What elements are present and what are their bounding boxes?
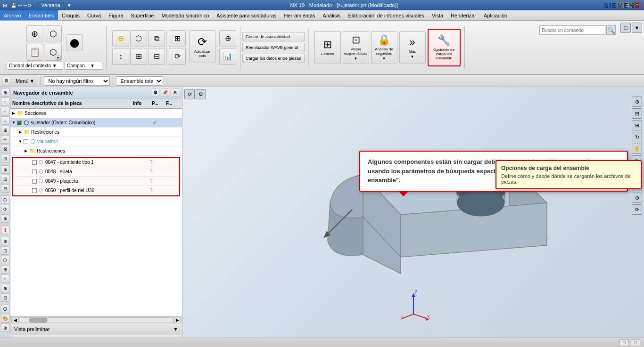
lt-btn-16[interactable]: ⊕ xyxy=(1,237,9,245)
ribbon-gestor[interactable]: Gestor de asociatividad xyxy=(242,32,305,41)
window-menu-arrow[interactable]: ▼ xyxy=(67,3,72,8)
ribbon-btn-5[interactable]: ⬤ xyxy=(66,34,83,51)
lt-btn-20[interactable]: ≡ xyxy=(1,274,9,283)
menu-asistente[interactable]: Asistente para soldaduras xyxy=(213,10,280,20)
lt-btn-1[interactable]: ⊕ xyxy=(1,88,9,97)
ribbon-btn-3[interactable]: 📋 xyxy=(26,44,43,61)
ribbon-btn-update[interactable]: ⟳ xyxy=(169,48,186,65)
context-dropdown[interactable]: Control del contexto ▼ xyxy=(7,62,63,70)
ribbon-btn-copy[interactable]: ⧉ xyxy=(148,30,165,47)
menu-btn[interactable]: Menú ▼ xyxy=(12,77,38,85)
vp-btn-refresh[interactable]: ⟳ xyxy=(184,89,195,99)
ribbon-btn-s1[interactable]: ⊕ xyxy=(219,30,236,47)
lt-btn-15[interactable]: ℹ xyxy=(1,226,9,234)
ribbon-btn-update-all[interactable]: ⟳ Actualizartodo xyxy=(189,30,215,63)
lt-btn-14[interactable]: ⊕ xyxy=(1,214,9,223)
compon-dropdown[interactable]: Compon... ▼ xyxy=(65,62,102,70)
lt-btn-19[interactable]: ⊞ xyxy=(1,265,9,274)
ribbon-btn-add[interactable]: ⊕ xyxy=(112,30,129,47)
tree-item-sujetador[interactable]: ▼ ✓ ⬡ sujetador (Orden: Cronológico) ✓ xyxy=(10,118,182,128)
vp-zoom-out[interactable]: ⊟ xyxy=(632,108,642,119)
checkbox-icon[interactable]: ✓ xyxy=(17,121,22,125)
vp-pan[interactable]: ✋ xyxy=(632,144,642,154)
menu-archivo[interactable]: Archivo xyxy=(0,10,25,20)
vp-btn-settings[interactable]: ⚙ xyxy=(196,89,206,99)
lt-btn-18[interactable]: ⬡ xyxy=(1,256,9,264)
tree-item-restricciones1[interactable]: ▶ 📁 Restricciones xyxy=(10,128,182,137)
nav-close-btn[interactable]: ✕ xyxy=(171,89,179,97)
expand-icon[interactable]: ▶ xyxy=(11,111,16,115)
menu-figura[interactable]: Figura xyxy=(105,10,127,20)
ribbon-btn-2[interactable]: ⬡ xyxy=(45,25,62,42)
scroll-left-btn[interactable]: ◀ xyxy=(11,317,19,323)
menu-croquis[interactable]: Croquis xyxy=(58,10,83,20)
search-input[interactable] xyxy=(539,25,605,35)
ribbon-btn-4[interactable]: ⬡▼ xyxy=(45,44,62,61)
ribbon-options-btn[interactable]: ▼ xyxy=(632,23,642,33)
vp-extra4[interactable]: ⟳ xyxy=(632,204,642,215)
ribbon-btn-mirror[interactable]: ⊟ xyxy=(148,48,165,65)
menu-renderizar[interactable]: Renderizar xyxy=(447,10,480,20)
expand-icon[interactable]: ▼ xyxy=(11,121,16,125)
lt-btn-cursor[interactable]: ⊕ xyxy=(1,323,9,332)
expand-icon[interactable]: ▼ xyxy=(18,139,23,144)
lt-btn-3[interactable]: ← xyxy=(1,107,9,115)
tree-item-0049[interactable]: ⬡ 0049 - plaqueta ? xyxy=(13,177,179,186)
lt-btn-7[interactable]: ⊠ xyxy=(1,145,9,153)
menu-aplicacion[interactable]: Aplicación xyxy=(480,10,511,20)
lt-btn-8[interactable]: ⊡ xyxy=(1,154,9,162)
lt-btn-5[interactable]: ⊞ xyxy=(1,126,9,134)
lt-btn-4[interactable]: ↔ xyxy=(1,116,9,125)
tree-item-0047[interactable]: ⬡ 0047 - durmiente tipo 1 ? xyxy=(13,158,179,167)
lt-btn-9[interactable]: ⊕ xyxy=(1,165,9,174)
tree-item-0048[interactable]: ⬡ 0048 - silleta ? xyxy=(13,167,179,177)
menu-modelado[interactable]: Modelado sincrónico xyxy=(157,10,213,20)
ribbon-btn-new[interactable]: ⬡ xyxy=(130,30,147,47)
menu-vista[interactable]: Vista xyxy=(428,10,447,20)
menu-elaboracion[interactable]: Elaboración de informes visuales xyxy=(344,10,428,20)
tree-item-restricciones2[interactable]: ▶ 📁 Restricciones xyxy=(10,146,182,156)
lt-btn-6[interactable]: ✏ xyxy=(1,135,9,144)
checkbox-0049[interactable] xyxy=(32,179,37,184)
lt-btn-17[interactable]: ⊡ xyxy=(1,246,9,255)
ribbon-reenlazador[interactable]: Reenlazador WAVE general xyxy=(242,43,305,52)
checkbox-0050[interactable] xyxy=(32,188,37,193)
ribbon-btn-s2[interactable]: 📊 xyxy=(219,48,236,65)
ribbon-btn-pattern[interactable]: ⊞ xyxy=(169,30,186,47)
checkbox-0047[interactable] xyxy=(32,160,37,165)
lt-btn-10[interactable]: ⊡ xyxy=(1,175,9,183)
menu-herramientas[interactable]: Herramientas xyxy=(281,10,319,20)
scroll-thumb[interactable] xyxy=(29,318,48,323)
scroll-right-btn[interactable]: ▶ xyxy=(173,317,181,323)
lt-btn-12[interactable]: ⬡ xyxy=(1,195,9,204)
expand-icon[interactable]: ▶ xyxy=(18,130,23,134)
lt-btn-21[interactable]: ⊕ xyxy=(1,284,9,292)
vp-zoom-in[interactable]: ⊕ xyxy=(632,97,642,107)
menu-curva[interactable]: Curva xyxy=(83,10,105,20)
window-menu[interactable]: Ventana xyxy=(37,2,64,8)
vp-rotate[interactable]: ↻ xyxy=(632,132,642,142)
expand-icon[interactable]: ▶ xyxy=(24,149,28,153)
nav-hscroll[interactable] xyxy=(19,317,173,323)
vp-extra3[interactable]: ⊕ xyxy=(632,193,642,203)
tree-item-via-patron[interactable]: ▼ ⬡ via patron xyxy=(10,137,182,146)
filter-dropdown[interactable]: No hay ningún filtro xyxy=(44,76,110,86)
menu-superficie[interactable]: Superficie xyxy=(127,10,158,20)
ribbon-btn-1[interactable]: ⊕ xyxy=(26,25,43,42)
menu-analisis[interactable]: Análisis xyxy=(319,10,345,20)
lt-btn-2[interactable]: ↑ xyxy=(1,97,9,106)
lt-btn-time[interactable]: ⏱ xyxy=(1,305,9,313)
lt-btn-11[interactable]: ⊟ xyxy=(1,184,9,193)
lt-btn-22[interactable]: ⊟ xyxy=(1,293,9,302)
tree-item-0050[interactable]: ⬡ 0050 - perfil de riel U36 ? xyxy=(13,186,179,195)
nav-settings-btn[interactable]: ⚙ xyxy=(151,89,159,97)
ribbon-btn-move[interactable]: ↕ xyxy=(112,48,129,65)
settings-btn[interactable]: ⚙ xyxy=(2,77,10,85)
ensamble-dropdown[interactable]: Ensamble total xyxy=(116,76,163,86)
nav-pin-btn[interactable]: 📌 xyxy=(161,89,169,97)
ribbon-btn-mas[interactable]: » Más ▼ xyxy=(399,31,426,64)
vp-fit[interactable]: ⊞ xyxy=(632,120,642,130)
ribbon-btn-vistas[interactable]: ⊡ Vistasesquemáticas ▼ xyxy=(343,31,369,64)
ribbon-btn-opciones-carga[interactable]: 🔧 Opciones de carga del ensamble xyxy=(428,29,461,66)
menu-ensambles[interactable]: Ensambles xyxy=(25,10,58,20)
